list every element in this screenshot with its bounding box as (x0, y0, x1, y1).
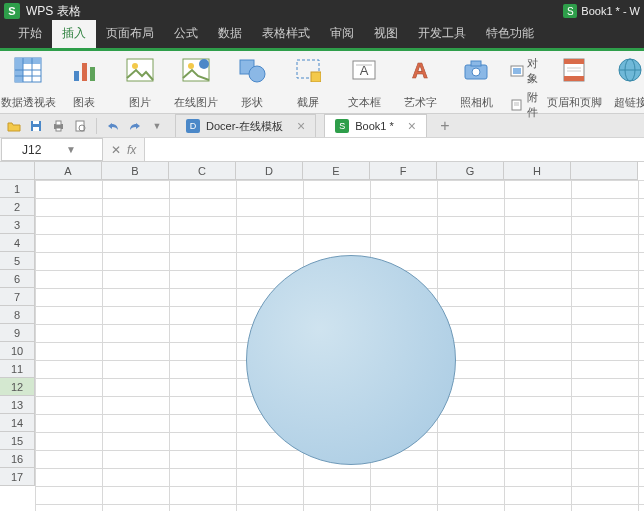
online-picture-icon (182, 54, 210, 86)
col-header[interactable] (571, 162, 638, 180)
hyperlink-button[interactable]: 超链接 (602, 54, 644, 110)
svg-rect-18 (311, 72, 321, 82)
row-headers: 1234567891011121314151617 (0, 180, 35, 486)
svg-rect-8 (82, 63, 87, 81)
row-header[interactable]: 8 (0, 306, 35, 324)
tab-book1[interactable]: S Book1 * × (324, 114, 427, 137)
row-header[interactable]: 1 (0, 180, 35, 198)
formula-input[interactable] (144, 138, 644, 161)
print-button[interactable] (48, 116, 68, 136)
menu-tab-6[interactable]: 审阅 (320, 20, 364, 48)
menu-tab-1[interactable]: 插入 (52, 20, 96, 48)
col-header[interactable]: B (102, 162, 169, 180)
app-logo-icon: S (4, 3, 20, 19)
shape-button[interactable]: 形状 (224, 54, 280, 110)
title-bar: S WPS 表格 S Book1 * - W (0, 0, 644, 22)
col-header[interactable]: G (437, 162, 504, 180)
cells-area[interactable]: stem.com (35, 180, 644, 511)
svg-point-16 (249, 66, 265, 82)
col-header[interactable]: H (504, 162, 571, 180)
circle-shape[interactable] (246, 255, 456, 465)
row-header[interactable]: 9 (0, 324, 35, 342)
online-picture-button[interactable]: 在线图片 (168, 54, 224, 110)
col-header[interactable]: F (370, 162, 437, 180)
ribbon: 数据透视表 图表 图片 在线图片 形状 (0, 48, 644, 114)
row-header[interactable]: 11 (0, 360, 35, 378)
qat-dropdown[interactable]: ▼ (147, 116, 167, 136)
new-tab-button[interactable]: + (435, 116, 455, 136)
svg-rect-24 (471, 61, 481, 66)
svg-text:A: A (412, 58, 428, 82)
row-header[interactable]: 2 (0, 198, 35, 216)
shape-icon (238, 54, 266, 86)
chevron-down-icon[interactable]: ▼ (52, 144, 96, 155)
row-header[interactable]: 13 (0, 396, 35, 414)
col-header[interactable]: A (35, 162, 102, 180)
row-header[interactable]: 16 (0, 450, 35, 468)
save-button[interactable] (26, 116, 46, 136)
doc-icon: S (563, 4, 577, 18)
svg-rect-7 (74, 71, 79, 81)
docer-icon: D (186, 119, 200, 133)
row-header[interactable]: 12 (0, 378, 35, 396)
svg-point-14 (199, 59, 209, 69)
open-button[interactable] (4, 116, 24, 136)
textbox-button[interactable]: A 文本框 (336, 54, 392, 110)
camera-button[interactable]: 照相机 (448, 54, 504, 110)
row-header[interactable]: 4 (0, 234, 35, 252)
close-icon[interactable]: × (297, 118, 305, 134)
menu-tab-4[interactable]: 数据 (208, 20, 252, 48)
row-header[interactable]: 10 (0, 342, 35, 360)
redo-button[interactable] (125, 116, 145, 136)
print-preview-button[interactable] (70, 116, 90, 136)
screenshot-icon (295, 54, 321, 86)
svg-rect-27 (513, 68, 521, 74)
undo-button[interactable] (103, 116, 123, 136)
header-footer-button[interactable]: 页眉和页脚 (546, 54, 602, 110)
col-header[interactable]: E (303, 162, 370, 180)
menu-tab-2[interactable]: 页面布局 (96, 20, 164, 48)
row-header[interactable]: 3 (0, 216, 35, 234)
svg-rect-43 (56, 121, 61, 125)
col-header[interactable]: C (169, 162, 236, 180)
row-header[interactable]: 7 (0, 288, 35, 306)
pivot-table-button[interactable]: 数据透视表 (0, 54, 56, 110)
screenshot-button[interactable]: 截屏 (280, 54, 336, 110)
column-headers: ABCDEFGH (35, 162, 644, 180)
pivot-icon (14, 54, 42, 86)
sheet-icon: S (335, 119, 349, 133)
row-header[interactable]: 5 (0, 252, 35, 270)
menu-tab-5[interactable]: 表格样式 (252, 20, 320, 48)
close-icon[interactable]: × (408, 118, 416, 134)
quick-access-bar: ▼ D Docer-在线模板 × S Book1 * × + (0, 114, 644, 138)
row-header[interactable]: 17 (0, 468, 35, 486)
col-header[interactable]: D (236, 162, 303, 180)
menu-tab-3[interactable]: 公式 (164, 20, 208, 48)
row-header[interactable]: 6 (0, 270, 35, 288)
menu-tab-8[interactable]: 开发工具 (408, 20, 476, 48)
select-all-corner[interactable] (0, 162, 35, 180)
row-header[interactable]: 15 (0, 432, 35, 450)
object-button[interactable]: 对象 (510, 56, 540, 86)
attach-button[interactable]: 附件 (510, 90, 540, 120)
cancel-icon[interactable]: ✕ (111, 143, 121, 157)
picture-icon (126, 54, 154, 86)
tab-docer[interactable]: D Docer-在线模板 × (175, 114, 316, 137)
menu-tab-7[interactable]: 视图 (364, 20, 408, 48)
fx-icon[interactable]: fx (127, 143, 136, 157)
svg-rect-40 (33, 127, 39, 131)
chart-button[interactable]: 图表 (56, 54, 112, 110)
title-doc-name: Book1 * - W (581, 5, 640, 17)
header-footer-icon (562, 54, 586, 86)
picture-button[interactable]: 图片 (112, 54, 168, 110)
spreadsheet-grid[interactable]: ABCDEFGH 1234567891011121314151617 stem.… (0, 162, 644, 511)
name-box[interactable]: J12 ▼ (1, 138, 103, 161)
menu-tab-0[interactable]: 开始 (8, 20, 52, 48)
wordart-button[interactable]: A 艺术字 (392, 54, 448, 110)
row-header[interactable]: 14 (0, 414, 35, 432)
menu-bar: 开始插入页面布局公式数据表格样式审阅视图开发工具特色功能 (0, 22, 644, 48)
menu-tab-9[interactable]: 特色功能 (476, 20, 544, 48)
attach-icon (510, 98, 524, 112)
svg-rect-9 (90, 67, 95, 81)
wordart-icon: A (408, 54, 432, 86)
